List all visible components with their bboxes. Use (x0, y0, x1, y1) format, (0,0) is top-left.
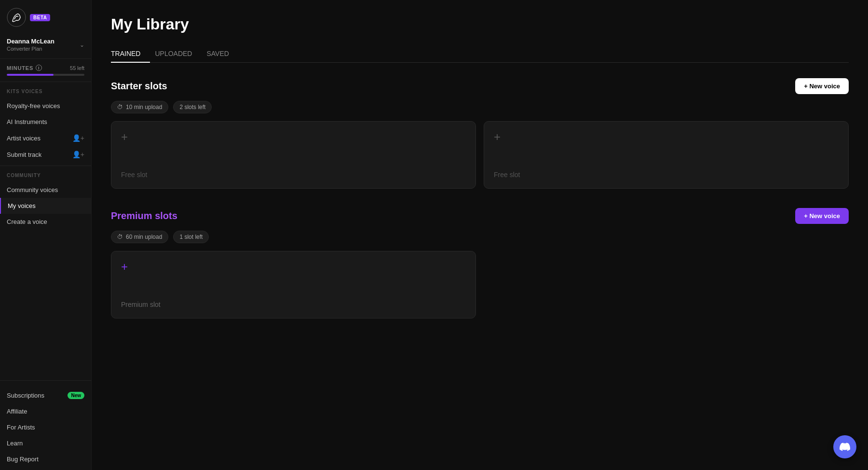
sidebar-item-my-voices[interactable]: My voices (0, 198, 91, 214)
sidebar-item-learn[interactable]: Learn (0, 435, 91, 451)
premium-slots-section: Premium slots + New voice ⏱ 60 min uploa… (111, 208, 849, 318)
svg-point-0 (7, 8, 26, 27)
slot-label-1: Free slot (121, 171, 147, 179)
sidebar-item-create-voice[interactable]: Create a voice (0, 214, 91, 230)
community-section: COMMUNITY Community voices My voices Cre… (0, 166, 91, 233)
page-title: My Library (111, 15, 849, 33)
sidebar-item-affiliate[interactable]: Affiliate (0, 403, 91, 419)
user-section[interactable]: Deanna McLean Converter Plan ⌄ (0, 34, 91, 59)
premium-slots-meta: ⏱ 60 min upload 1 slot left (111, 231, 849, 243)
starter-slots-header: Starter slots + New voice (111, 78, 849, 94)
sidebar-item-submit-track[interactable]: Submit track 👤+ (0, 146, 91, 163)
starter-slot-card-2[interactable]: + Free slot (484, 121, 849, 189)
premium-slot-plus-icon: + (121, 261, 128, 273)
slot-label-2: Free slot (494, 171, 520, 179)
sidebar-item-for-artists[interactable]: For Artists (0, 419, 91, 435)
sidebar: BETA Deanna McLean Converter Plan ⌄ MINU… (0, 0, 92, 470)
minutes-info-icon: i (36, 65, 42, 71)
add-person-icon: 👤+ (72, 134, 84, 142)
premium-slots-header: Premium slots + New voice (111, 208, 849, 224)
starter-slot-card-1[interactable]: + Free slot (111, 121, 476, 189)
tabs-bar: TRAINED UPLOADED SAVED (111, 45, 849, 63)
starter-slots-section: Starter slots + New voice ⏱ 10 min uploa… (111, 78, 849, 189)
app-logo (7, 8, 26, 27)
minutes-bar-fill (7, 74, 54, 76)
premium-slots-tag: 1 slot left (173, 231, 209, 243)
premium-slots-title: Premium slots (111, 210, 177, 221)
minutes-bar (7, 74, 84, 76)
community-section-label: COMMUNITY (0, 173, 91, 182)
logo-area: BETA (7, 8, 50, 27)
premium-slot-card-1[interactable]: + Premium slot (111, 251, 476, 318)
kits-section-label: KITS VOICES (0, 89, 91, 98)
slot-plus-icon-1: + (121, 131, 128, 143)
premium-slot-label: Premium slot (121, 301, 161, 308)
starter-new-voice-button[interactable]: + New voice (795, 78, 849, 94)
premium-upload-tag: ⏱ 60 min upload (111, 231, 168, 243)
beta-badge: BETA (30, 14, 50, 21)
bottom-nav-section: Subscriptions New Affiliate For Artists … (0, 380, 91, 470)
sidebar-item-community-voices[interactable]: Community voices (0, 182, 91, 198)
premium-new-voice-button[interactable]: + New voice (795, 208, 849, 224)
sidebar-item-subscriptions[interactable]: Subscriptions New (0, 387, 91, 403)
starter-slots-grid: + Free slot + Free slot (111, 121, 849, 189)
main-content: My Library TRAINED UPLOADED SAVED Starte… (92, 0, 868, 470)
tab-saved[interactable]: SAVED (206, 45, 238, 62)
user-name: Deanna McLean (7, 38, 54, 45)
starter-slots-meta: ⏱ 10 min upload 2 slots left (111, 101, 849, 113)
minutes-left: 55 left (70, 65, 84, 71)
starter-slots-tag: 2 slots left (173, 101, 212, 113)
discord-button[interactable] (833, 435, 856, 458)
tab-trained[interactable]: TRAINED (111, 45, 150, 62)
clock-icon: ⏱ (117, 104, 123, 111)
discord-icon (840, 442, 850, 452)
sidebar-item-royalty-free[interactable]: Royalty-free voices (0, 98, 91, 114)
minutes-label: MINUTES i (7, 65, 42, 71)
slot-plus-icon-2: + (494, 131, 501, 143)
sidebar-item-bug-report[interactable]: Bug Report (0, 451, 91, 467)
sidebar-header: BETA (0, 0, 91, 34)
sidebar-item-ai-instruments[interactable]: AI Instruments (0, 114, 91, 130)
kits-voices-section: KITS VOICES Royalty-free voices AI Instr… (0, 82, 91, 166)
premium-slots-grid: + Premium slot (111, 251, 849, 318)
starter-upload-tag: ⏱ 10 min upload (111, 101, 168, 113)
minutes-row: MINUTES i 55 left (7, 65, 84, 71)
clock-icon-premium: ⏱ (117, 234, 123, 240)
user-info: Deanna McLean Converter Plan (7, 38, 54, 52)
new-badge: New (68, 392, 84, 399)
starter-slots-title: Starter slots (111, 81, 167, 92)
tab-uploaded[interactable]: UPLOADED (155, 45, 202, 62)
submit-person-icon: 👤+ (72, 151, 84, 158)
user-plan: Converter Plan (7, 46, 54, 52)
sidebar-item-artist-voices[interactable]: Artist voices 👤+ (0, 130, 91, 146)
user-row[interactable]: Deanna McLean Converter Plan ⌄ (7, 38, 84, 52)
chevron-down-icon: ⌄ (80, 41, 84, 48)
minutes-section: MINUTES i 55 left (0, 59, 91, 82)
